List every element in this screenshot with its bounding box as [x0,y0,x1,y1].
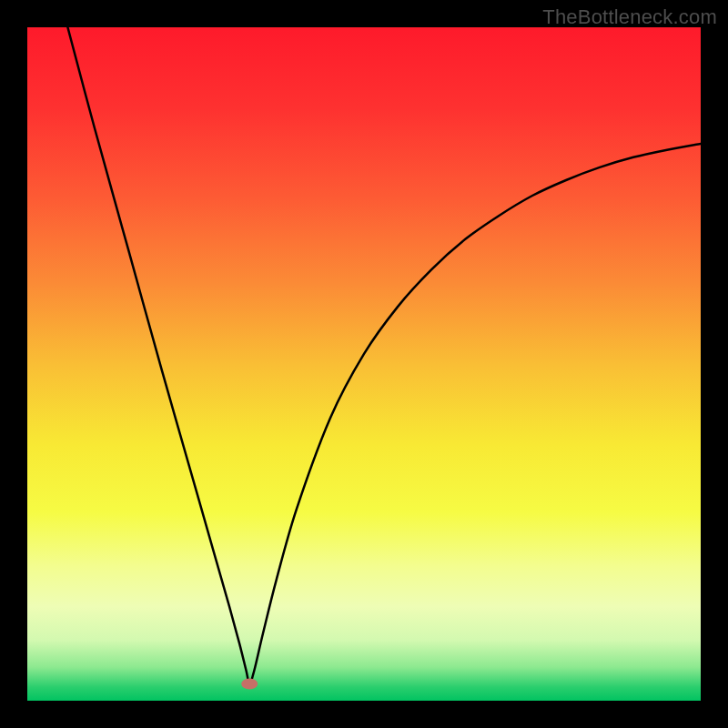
chart-frame: TheBottleneck.com [0,0,728,728]
watermark-text: TheBottleneck.com [542,5,717,29]
bottleneck-curve [27,27,701,701]
plot-area [27,27,701,701]
minimum-marker [241,679,258,690]
